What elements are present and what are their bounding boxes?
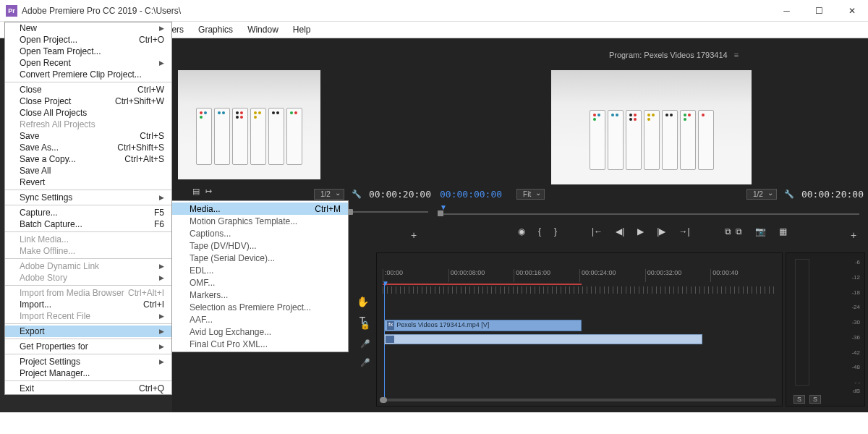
- play-button[interactable]: ▶: [637, 226, 644, 237]
- export-item-avid-log-exchange[interactable]: Avid Log Exchange...: [172, 326, 348, 338]
- program-monitor[interactable]: [551, 70, 752, 184]
- step-back-button[interactable]: ◀|: [616, 226, 624, 237]
- file-menu-dropdown: New▶Open Project...Ctrl+OOpen Team Proje…: [4, 22, 172, 395]
- menu-item-save-as[interactable]: Save As...Ctrl+Shift+S: [5, 142, 171, 153]
- time-tick: 00:00:40: [710, 269, 776, 282]
- export-frame-button[interactable]: 📷: [755, 226, 766, 237]
- export-item-tape-dv-hdv[interactable]: Tape (DV/HDV)...: [172, 239, 348, 252]
- wrench-icon[interactable]: 🔧: [784, 190, 794, 199]
- export-item-media[interactable]: Media...Ctrl+M: [172, 203, 348, 215]
- export-item-edl[interactable]: EDL...: [172, 264, 348, 276]
- export-item-omf[interactable]: OMF...: [172, 276, 348, 289]
- wrench-icon[interactable]: 🔧: [352, 190, 362, 199]
- menu-item-exit[interactable]: ExitCtrl+Q: [5, 383, 171, 394]
- panel-menu-icon[interactable]: ≡: [732, 51, 739, 59]
- work-area-bar[interactable]: [383, 284, 582, 285]
- menu-item-project-settings[interactable]: Project Settings▶: [5, 356, 171, 367]
- menu-item-close-all-projects[interactable]: Close All Projects: [5, 107, 171, 119]
- menu-item-revert[interactable]: Revert: [5, 176, 171, 188]
- submenu-arrow-icon: ▶: [159, 263, 164, 270]
- voiceover-mic-icon[interactable]: 🎤: [360, 358, 370, 367]
- timeline-zoom-scroll[interactable]: [383, 397, 776, 403]
- menu-item-import-recent-file: Import Recent File▶: [5, 310, 171, 322]
- menu-item-close-project[interactable]: Close ProjectCtrl+Shift+W: [5, 95, 171, 107]
- go-to-out-button[interactable]: →|: [678, 226, 689, 237]
- time-tick: :00:00: [383, 269, 448, 282]
- meter-scale-mark: -30: [851, 319, 860, 326]
- export-item-tape-serial-device[interactable]: Tape (Serial Device)...: [172, 252, 348, 264]
- program-panel-title: Program: Pexels Videos 1793414 ≡: [609, 51, 739, 59]
- menu-item-new[interactable]: New▶: [5, 22, 171, 34]
- time-ruler[interactable]: :00:0000:00:08:0000:00:16:0000:00:24:000…: [383, 269, 776, 282]
- menu-item-batch-capture[interactable]: Batch Capture...F6: [5, 218, 171, 230]
- solo-button[interactable]: S: [793, 395, 805, 404]
- menu-item-save-all[interactable]: Save All: [5, 165, 171, 176]
- audio-clip[interactable]: [384, 334, 702, 344]
- menu-graphics[interactable]: Graphics: [191, 23, 240, 36]
- fx-badge: fx: [387, 321, 394, 330]
- source-monitor[interactable]: [178, 70, 320, 179]
- menu-item-open-project[interactable]: Open Project...Ctrl+O: [5, 34, 171, 46]
- menu-item-import-from-media-browser: Import from Media BrowserCtrl+Alt+I: [5, 287, 171, 299]
- submenu-arrow-icon: ▶: [159, 274, 164, 281]
- menu-item-import[interactable]: Import...Ctrl+I: [5, 299, 171, 310]
- window-title: Adobe Premiere Pro CC 2019 - C:\Users\: [22, 6, 181, 16]
- menu-item-capture[interactable]: Capture...F5: [5, 207, 171, 218]
- source-zoom-dropdown[interactable]: 1/2: [314, 189, 344, 200]
- menu-item-link-media: Link Media...: [5, 234, 171, 245]
- meter-bars: [795, 259, 809, 386]
- step-fwd-button[interactable]: |▶: [657, 226, 665, 237]
- menu-item-adobe-story: Adobe Story▶: [5, 272, 171, 284]
- export-item-final-cut-pro-xml[interactable]: Final Cut Pro XML...: [172, 338, 348, 350]
- export-item-motion-graphics-template[interactable]: Motion Graphics Template...: [172, 215, 348, 227]
- track-lock-icon[interactable]: 🔒: [360, 320, 370, 330]
- lift-button[interactable]: ⧉: [725, 226, 731, 237]
- export-item-captions[interactable]: Captions...: [172, 227, 348, 239]
- video-clip[interactable]: fx Pexels Videos 1793414.mp4 [V]: [384, 320, 582, 331]
- minimize-button[interactable]: ─: [770, 0, 803, 22]
- menu-item-get-properties-for[interactable]: Get Properties for▶: [5, 341, 171, 352]
- add-button[interactable]: +: [411, 229, 417, 241]
- menu-item-make-offline: Make Offline...: [5, 245, 171, 257]
- playhead-icon[interactable]: ▼: [382, 279, 389, 287]
- go-to-in-button[interactable]: |←: [592, 226, 603, 237]
- voiceover-mic-icon[interactable]: 🎤: [360, 339, 370, 349]
- solo-button[interactable]: S: [809, 395, 821, 404]
- menu-item-export[interactable]: Export▶: [5, 326, 171, 337]
- maximize-button[interactable]: ☐: [803, 0, 835, 22]
- submenu-arrow-icon: ▶: [159, 343, 164, 350]
- meter-scale-mark: - -: [851, 379, 860, 386]
- marker-button[interactable]: ◉: [518, 226, 525, 237]
- program-fit-dropdown[interactable]: Fit: [516, 189, 545, 200]
- program-zoom-dropdown[interactable]: 1/2: [746, 189, 777, 200]
- menu-item-close[interactable]: CloseCtrl+W: [5, 84, 171, 95]
- compare-button[interactable]: ▦: [779, 226, 787, 237]
- submenu-arrow-icon: ▶: [159, 25, 164, 32]
- program-timecode-in[interactable]: 00:00:00:00: [440, 189, 502, 200]
- menu-window[interactable]: Window: [240, 23, 286, 36]
- menu-item-open-team-project[interactable]: Open Team Project...: [5, 46, 171, 57]
- time-tick: 00:00:16:00: [514, 269, 579, 282]
- meter-scale-mark: -6: [851, 259, 860, 265]
- menu-item-project-manager[interactable]: Project Manager...: [5, 367, 171, 379]
- fx-badge: [386, 336, 394, 343]
- meter-scale-mark: -12: [851, 274, 860, 281]
- out-point-button[interactable]: }: [554, 226, 557, 237]
- export-item-aaf[interactable]: AAF...: [172, 313, 348, 326]
- export-item-selection-as-premiere-project[interactable]: Selection as Premiere Project...: [172, 301, 348, 313]
- in-point-button[interactable]: {: [538, 226, 541, 237]
- extract-button[interactable]: ⧉: [736, 226, 742, 237]
- menu-help[interactable]: Help: [286, 23, 318, 36]
- close-button[interactable]: ✕: [835, 0, 868, 22]
- timeline-panel[interactable]: :00:0000:00:08:0000:00:16:0000:00:24:000…: [376, 252, 783, 407]
- add-button[interactable]: +: [851, 229, 856, 241]
- menu-item-convert-premiere-clip-project[interactable]: Convert Premiere Clip Project...: [5, 69, 171, 80]
- menu-item-save-a-copy[interactable]: Save a Copy...Ctrl+Alt+S: [5, 153, 171, 165]
- meter-scale-mark: -24: [851, 304, 860, 310]
- menu-item-open-recent[interactable]: Open Recent▶: [5, 57, 171, 69]
- menu-item-sync-settings[interactable]: Sync Settings▶: [5, 192, 171, 203]
- export-item-markers[interactable]: Markers...: [172, 289, 348, 301]
- hand-tool[interactable]: ✋: [357, 296, 369, 307]
- menu-item-adobe-dynamic-link: Adobe Dynamic Link▶: [5, 260, 171, 272]
- menu-item-save[interactable]: SaveCtrl+S: [5, 130, 171, 142]
